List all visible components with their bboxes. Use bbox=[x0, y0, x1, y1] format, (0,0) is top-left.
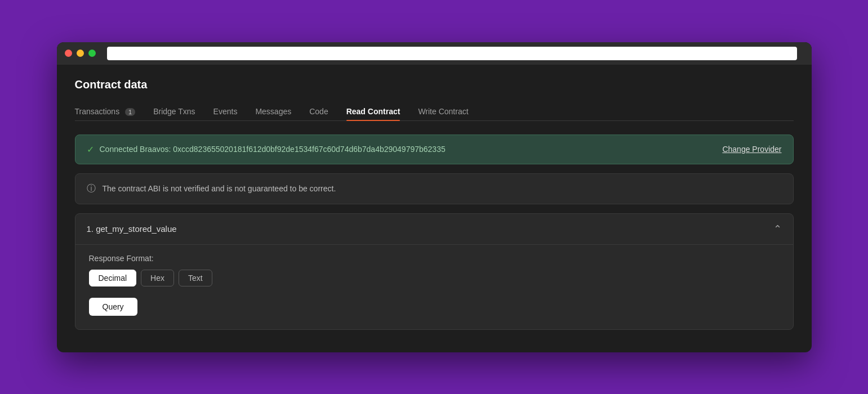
tab-transactions[interactable]: Transactions 1 bbox=[75, 102, 136, 120]
main-content: Contract data Transactions 1 Bridge Txns… bbox=[57, 65, 812, 352]
tab-bridge-txns[interactable]: Bridge Txns bbox=[153, 102, 195, 120]
titlebar bbox=[57, 42, 812, 65]
change-provider-button[interactable]: Change Provider bbox=[722, 145, 781, 154]
tab-messages[interactable]: Messages bbox=[255, 102, 291, 120]
tab-code[interactable]: Code bbox=[309, 102, 328, 120]
response-format-label: Response Format: bbox=[89, 254, 780, 263]
format-text-button[interactable]: Text bbox=[179, 270, 212, 286]
accordion-title: 1. get_my_stored_value bbox=[87, 224, 177, 234]
info-icon: ⓘ bbox=[87, 183, 96, 195]
maximize-button[interactable] bbox=[88, 50, 96, 57]
address-bar[interactable] bbox=[107, 47, 797, 60]
warning-banner: ⓘ The contract ABI is not verified and i… bbox=[75, 173, 794, 204]
format-decimal-button[interactable]: Decimal bbox=[89, 270, 137, 286]
minimize-button[interactable] bbox=[77, 50, 84, 57]
close-button[interactable] bbox=[65, 50, 72, 57]
tab-write-contract[interactable]: Write Contract bbox=[418, 102, 468, 120]
tab-read-contract[interactable]: Read Contract bbox=[346, 102, 400, 120]
tab-events[interactable]: Events bbox=[213, 102, 238, 120]
connected-info: ✓ Connected Braavos: 0xccd823655020181f6… bbox=[87, 144, 446, 155]
connected-banner: ✓ Connected Braavos: 0xccd823655020181f6… bbox=[75, 135, 794, 164]
check-icon: ✓ bbox=[87, 144, 94, 155]
format-button-group: Decimal Hex Text bbox=[89, 270, 780, 286]
app-window: Contract data Transactions 1 Bridge Txns… bbox=[57, 42, 812, 352]
transactions-badge: 1 bbox=[125, 108, 135, 116]
connected-text: Connected Braavos: 0xccd823655020181f612… bbox=[100, 145, 446, 154]
accordion-get-stored-value: 1. get_my_stored_value ⌃ Response Format… bbox=[75, 213, 794, 330]
accordion-header[interactable]: 1. get_my_stored_value ⌃ bbox=[75, 214, 793, 244]
page-title: Contract data bbox=[75, 78, 794, 91]
warning-text: The contract ABI is not verified and is … bbox=[103, 184, 336, 193]
tab-bar: Transactions 1 Bridge Txns Events Messag… bbox=[75, 102, 794, 121]
chevron-up-icon: ⌃ bbox=[773, 223, 782, 235]
format-hex-button[interactable]: Hex bbox=[141, 270, 174, 286]
accordion-body: Response Format: Decimal Hex Text Query bbox=[75, 244, 793, 329]
query-button[interactable]: Query bbox=[89, 298, 137, 316]
